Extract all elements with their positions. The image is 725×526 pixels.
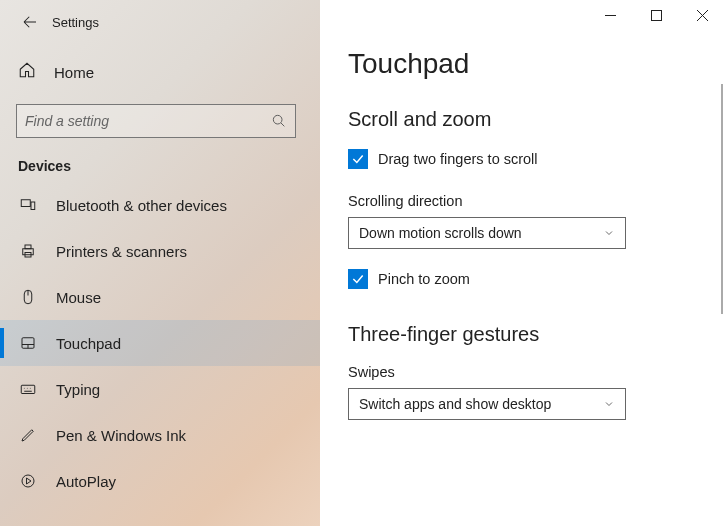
app-title: Settings <box>52 15 99 30</box>
svg-point-16 <box>22 475 34 487</box>
svg-rect-11 <box>21 385 35 393</box>
maximize-icon <box>651 10 662 21</box>
sidebar-item-label: Touchpad <box>56 335 121 352</box>
sidebar-item-printers[interactable]: Printers & scanners <box>0 228 320 274</box>
keyboard-icon <box>18 379 38 399</box>
checkbox-label: Pinch to zoom <box>378 271 470 287</box>
sidebar-item-touchpad[interactable]: Touchpad <box>0 320 320 366</box>
sidebar-item-label: AutoPlay <box>56 473 116 490</box>
search-box[interactable] <box>16 104 296 138</box>
svg-rect-3 <box>23 249 34 255</box>
close-button[interactable] <box>679 0 725 30</box>
svg-point-14 <box>27 388 28 389</box>
sidebar-item-bluetooth[interactable]: Bluetooth & other devices <box>0 182 320 228</box>
checkbox-checked-icon <box>348 149 368 169</box>
sidebar-item-mouse[interactable]: Mouse <box>0 274 320 320</box>
window-controls <box>587 0 725 30</box>
main-panel: Touchpad Scroll and zoom Drag two finger… <box>320 0 725 526</box>
devices-icon <box>18 195 38 215</box>
chevron-down-icon <box>603 398 615 410</box>
chevron-down-icon <box>603 227 615 239</box>
sidebar-item-label: Bluetooth & other devices <box>56 197 227 214</box>
scrolling-direction-select[interactable]: Down motion scrolls down <box>348 217 626 249</box>
svg-point-0 <box>273 115 282 124</box>
search-input[interactable] <box>25 113 271 129</box>
select-value: Switch apps and show desktop <box>359 396 551 412</box>
sidebar-item-typing[interactable]: Typing <box>0 366 320 412</box>
swipes-label: Swipes <box>348 364 697 380</box>
mouse-icon <box>18 287 38 307</box>
sidebar-item-label: Pen & Windows Ink <box>56 427 186 444</box>
checkbox-label: Drag two fingers to scroll <box>378 151 538 167</box>
pinch-to-zoom-checkbox[interactable]: Pinch to zoom <box>348 269 697 289</box>
sidebar-item-pen[interactable]: Pen & Windows Ink <box>0 412 320 458</box>
home-label: Home <box>54 64 94 81</box>
svg-rect-2 <box>31 202 35 210</box>
sidebar-item-label: Mouse <box>56 289 101 306</box>
swipes-select[interactable]: Switch apps and show desktop <box>348 388 626 420</box>
sidebar-item-autoplay[interactable]: AutoPlay <box>0 458 320 504</box>
autoplay-icon <box>18 471 38 491</box>
svg-rect-4 <box>25 245 31 249</box>
minimize-icon <box>605 10 616 21</box>
svg-point-15 <box>30 388 31 389</box>
maximize-button[interactable] <box>633 0 679 30</box>
section-three-finger-heading: Three-finger gestures <box>348 323 697 346</box>
checkbox-checked-icon <box>348 269 368 289</box>
sidebar: Settings Home Devices Bluetooth & other … <box>0 0 320 526</box>
drag-two-fingers-checkbox[interactable]: Drag two fingers to scroll <box>348 149 697 169</box>
minimize-button[interactable] <box>587 0 633 30</box>
page-title: Touchpad <box>348 48 697 80</box>
home-icon <box>18 61 36 83</box>
touchpad-icon <box>18 333 38 353</box>
sidebar-item-label: Typing <box>56 381 100 398</box>
scrollbar[interactable] <box>721 84 723 314</box>
svg-point-13 <box>24 388 25 389</box>
back-button[interactable] <box>14 6 46 38</box>
section-scroll-zoom-heading: Scroll and zoom <box>348 108 697 131</box>
pen-icon <box>18 425 38 445</box>
arrow-left-icon <box>21 13 39 31</box>
svg-rect-1 <box>21 200 30 207</box>
sidebar-item-label: Printers & scanners <box>56 243 187 260</box>
scrolling-direction-label: Scrolling direction <box>348 193 697 209</box>
section-header: Devices <box>0 138 320 182</box>
printer-icon <box>18 241 38 261</box>
svg-rect-18 <box>651 10 661 20</box>
select-value: Down motion scrolls down <box>359 225 522 241</box>
search-icon <box>271 113 287 129</box>
close-icon <box>697 10 708 21</box>
home-nav[interactable]: Home <box>0 50 320 94</box>
